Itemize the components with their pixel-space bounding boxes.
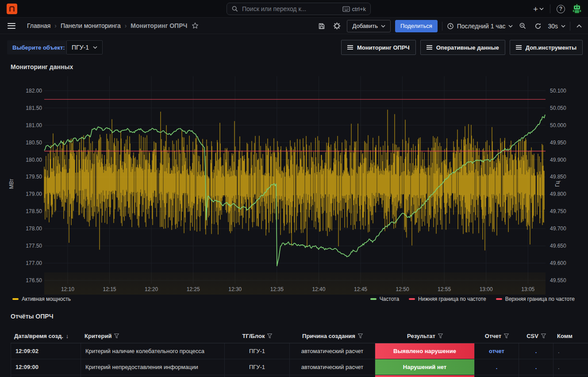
left-axis-tick: 179.00 xyxy=(26,191,42,197)
sort-desc-icon: ↓ xyxy=(66,333,69,339)
column-header[interactable]: Критерий xyxy=(81,329,225,343)
chevron-down-icon xyxy=(561,25,565,27)
search-icon xyxy=(231,5,238,12)
cell-report[interactable]: отчет xyxy=(475,343,519,359)
dashboard-links: Мониторинг ОПРЧ Оперативные данные Доп.и… xyxy=(341,40,583,55)
column-header-label: ТГ/Блок xyxy=(242,333,265,339)
collapse-chevron-up-icon[interactable] xyxy=(575,23,584,30)
cell-csv xyxy=(519,375,553,377)
x-axis-tick: 12:30 xyxy=(228,286,242,292)
breadcrumb-current: Мониторинг ОПРЧ xyxy=(131,22,187,29)
cell-report[interactable]: . xyxy=(475,359,519,375)
left-axis-label: МВт xyxy=(8,179,15,189)
menu-toggle-icon[interactable] xyxy=(8,21,16,30)
zoom-out-icon[interactable] xyxy=(517,20,528,31)
cell-csv[interactable]: . xyxy=(519,359,553,375)
chevron-down-icon xyxy=(381,25,385,27)
legend-label: Верхняя граница по частоте xyxy=(505,296,575,302)
column-header-label: Причина создания xyxy=(302,333,355,339)
left-axis-tick: 178.50 xyxy=(26,208,42,214)
right-axis-tick: 49.700 xyxy=(550,225,566,232)
column-header-label: Отчет xyxy=(485,333,501,339)
link-monitoring-oprch[interactable]: Мониторинг ОПРЧ xyxy=(341,40,416,55)
right-axis-tick: 50.050 xyxy=(550,105,566,111)
help-icon[interactable]: ? xyxy=(557,5,565,13)
add-button[interactable]: Добавить xyxy=(347,20,390,32)
list-icon xyxy=(347,44,353,51)
column-header-label: Дата/время созд. xyxy=(14,333,63,339)
dashboard-settings-gear-icon[interactable] xyxy=(331,20,342,31)
x-axis-tick: 12:45 xyxy=(354,286,367,292)
link-operational-data[interactable]: Оперативные данные xyxy=(420,40,505,55)
monitoring-chart[interactable]: 182.00181.50181.00180.50180.00179.50179.… xyxy=(0,71,588,295)
x-axis-tick: 12:35 xyxy=(270,286,284,292)
cell-comment xyxy=(553,375,588,377)
cell-reason: автоматический расчет xyxy=(290,359,375,375)
left-axis-tick: 180.50 xyxy=(26,140,42,146)
left-axis-tick: 176.50 xyxy=(26,277,42,284)
left-axis-tick: 181.50 xyxy=(26,105,42,111)
column-header[interactable]: Дата/время созд.↓ xyxy=(11,329,81,343)
breadcrumb-home[interactable]: Главная xyxy=(27,22,50,29)
x-axis-tick: 13:00 xyxy=(480,286,493,292)
x-axis-tick: 12:20 xyxy=(145,286,158,292)
cell-result xyxy=(375,375,475,377)
breadcrumb-separator: › xyxy=(54,22,57,29)
column-header-label: Критерий xyxy=(85,333,111,339)
result-badge xyxy=(375,375,474,377)
legend-item[interactable]: Частота xyxy=(370,296,399,302)
chevron-down-icon xyxy=(508,25,513,27)
app-logo-icon[interactable] xyxy=(6,3,18,15)
breadcrumb: Главная › Панели мониторинга › Мониторин… xyxy=(27,22,187,29)
link-extra-tools[interactable]: Доп.инструменты xyxy=(510,40,583,55)
filter-icon xyxy=(267,334,272,338)
filter-icon xyxy=(438,334,443,338)
time-range-picker[interactable]: Последний 1 час xyxy=(447,23,513,30)
legend-item[interactable]: Активная мощность xyxy=(12,296,71,302)
user-avatar[interactable] xyxy=(571,3,583,15)
legend-swatch xyxy=(12,298,19,300)
legend-item[interactable]: Нижняя граница по частоте xyxy=(409,296,486,302)
right-axis-tick: 50.000 xyxy=(550,122,566,128)
refresh-icon[interactable] xyxy=(533,21,543,31)
chevron-down-icon xyxy=(539,8,544,10)
column-header[interactable]: CSV xyxy=(519,329,553,343)
cell-csv[interactable]: . xyxy=(519,343,553,359)
search-input[interactable] xyxy=(242,5,339,12)
table-row: 12:09:00Критерий непредоставления информ… xyxy=(11,359,588,375)
column-header[interactable]: ТГ/Блок xyxy=(225,329,290,343)
legend-swatch xyxy=(496,298,502,300)
new-menu-button[interactable]: + xyxy=(533,5,544,13)
save-dashboard-icon[interactable] xyxy=(316,21,327,31)
column-header-label: Результат xyxy=(407,333,435,339)
column-header[interactable]: Комм xyxy=(553,329,588,343)
favorite-star-icon[interactable] xyxy=(192,22,199,29)
grafana-dashboard: ctrl+k + ? xyxy=(0,0,588,377)
cell-comment: . xyxy=(553,343,588,359)
breadcrumb-dashboards[interactable]: Панели мониторинга xyxy=(61,22,121,29)
column-header-label: Комм xyxy=(557,333,573,339)
left-axis-tick: 182.00 xyxy=(26,88,42,94)
legend-item[interactable]: Верхняя граница по частоте xyxy=(496,296,575,302)
refresh-interval-picker[interactable]: 30s xyxy=(548,23,565,30)
left-axis-tick: 180.00 xyxy=(26,157,42,163)
top-bar: ctrl+k + ? xyxy=(0,0,588,18)
column-header[interactable]: Результат xyxy=(375,329,475,343)
x-axis-tick: 13:05 xyxy=(521,286,534,292)
right-axis-tick: 49.850 xyxy=(550,174,566,180)
cell-unit: ПГУ-1 xyxy=(225,359,290,375)
object-variable-dropdown[interactable]: ПГУ-1 xyxy=(66,40,103,54)
filter-icon xyxy=(541,334,546,338)
column-header[interactable]: Причина создания xyxy=(290,329,375,343)
x-axis-tick: 12:15 xyxy=(103,286,116,292)
cell-criterion: Критерий непредоставления информации xyxy=(81,359,225,375)
left-axis-tick: 177.00 xyxy=(26,260,42,266)
global-search: ctrl+k xyxy=(227,3,371,15)
share-button[interactable]: Поделиться xyxy=(395,20,438,32)
left-axis-tick: 179.50 xyxy=(26,174,42,180)
cell-criterion: Критерий наличие колебательного процесса xyxy=(81,343,225,359)
legend-swatch xyxy=(370,298,377,300)
column-header[interactable]: Отчет xyxy=(475,329,519,343)
cell-report xyxy=(475,375,519,377)
right-axis-tick: 49.650 xyxy=(550,243,566,249)
